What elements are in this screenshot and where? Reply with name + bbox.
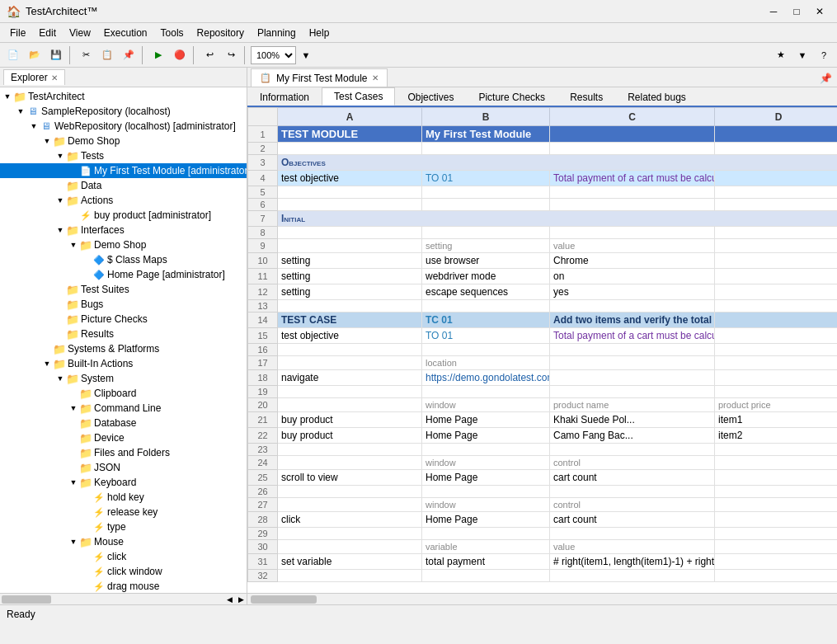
tree-item[interactable]: ⚡click window xyxy=(0,564,247,579)
grid-cell[interactable] xyxy=(715,386,838,398)
grid-cell[interactable] xyxy=(715,356,838,370)
grid-cell[interactable] xyxy=(715,269,838,284)
grid-cell[interactable] xyxy=(550,486,715,498)
grid-cell[interactable]: setting xyxy=(278,253,422,269)
grid-cell[interactable]: cart count xyxy=(550,470,715,486)
zoom-dropdown[interactable]: ▼ xyxy=(296,45,316,65)
grid-cell[interactable] xyxy=(715,186,838,199)
grid-cell[interactable]: set variable xyxy=(278,554,422,570)
grid-cell[interactable] xyxy=(278,570,422,582)
grid-cell[interactable] xyxy=(715,284,838,300)
grid-cell[interactable] xyxy=(715,239,838,253)
grid-cell[interactable] xyxy=(715,456,838,470)
tree-toggle[interactable]: ▼ xyxy=(54,196,66,204)
grid-cell[interactable] xyxy=(278,300,422,313)
menu-tools[interactable]: Tools xyxy=(154,26,190,40)
pin-button[interactable]: 📌 xyxy=(817,70,834,87)
tb-help-btn[interactable]: ? xyxy=(814,45,834,65)
grid-cell[interactable] xyxy=(715,512,838,528)
tree-item[interactable]: ▼📁Keyboard xyxy=(0,475,247,490)
explorer-tab-close[interactable]: ✕ xyxy=(51,73,58,82)
tab-picture-checks[interactable]: Picture Checks xyxy=(466,87,557,106)
tree-toggle[interactable]: ▼ xyxy=(68,241,79,249)
grid-cell[interactable] xyxy=(278,444,422,456)
tree-item[interactable]: ⚡release key xyxy=(0,505,247,519)
grid-cell[interactable]: Add two items and verify the total payme… xyxy=(550,313,715,328)
table-row[interactable]: 27windowcontrol xyxy=(248,498,838,512)
grid-hscroll[interactable] xyxy=(247,593,837,604)
table-row[interactable]: 1TEST MODULEMy First Test Module xyxy=(248,126,838,143)
maximize-button[interactable]: □ xyxy=(786,3,807,20)
grid-cell[interactable] xyxy=(550,199,715,211)
grid-cell[interactable]: My First Test Module xyxy=(422,126,550,143)
menu-view[interactable]: View xyxy=(63,26,97,40)
tree-item[interactable]: ▼📁Mouse xyxy=(0,534,247,549)
tree-item[interactable]: ▼📁TestArchitect xyxy=(0,89,247,104)
grid-cell[interactable] xyxy=(550,370,715,386)
tree-toggle[interactable]: ▼ xyxy=(2,92,13,101)
table-row[interactable]: 26 xyxy=(248,486,838,498)
table-row[interactable]: 7InitialSetting up xyxy=(248,211,838,227)
tab-results[interactable]: Results xyxy=(557,87,615,106)
tree-item[interactable]: 📁Picture Checks xyxy=(0,312,247,327)
grid-cell[interactable] xyxy=(422,344,550,356)
tree-toggle[interactable]: ▼ xyxy=(68,538,79,546)
grid-cell[interactable] xyxy=(550,143,715,155)
tab-objectives[interactable]: Objectives xyxy=(395,87,466,106)
tree-item[interactable]: ▼📁Demo Shop xyxy=(0,134,247,148)
grid-cell[interactable] xyxy=(278,486,422,498)
tb-paste[interactable]: 📌 xyxy=(119,45,139,65)
grid-cell[interactable] xyxy=(715,540,838,554)
tree-item[interactable]: 📁Data xyxy=(0,178,247,193)
grid-cell[interactable] xyxy=(422,528,550,540)
tree-toggle[interactable]: ▼ xyxy=(15,107,26,115)
scroll-left[interactable]: ◀ xyxy=(223,594,235,605)
tree-item[interactable]: 🔷$ Class Maps xyxy=(0,252,247,267)
grid-cell[interactable]: https://demo.gondolatest.com xyxy=(422,370,550,386)
grid-cell[interactable] xyxy=(550,227,715,239)
table-row[interactable]: 24windowcontrol xyxy=(248,456,838,470)
tree-toggle[interactable]: ▼ xyxy=(54,374,66,383)
tree-item[interactable]: ▼📁Interfaces xyxy=(0,223,247,237)
grid-cell[interactable] xyxy=(715,498,838,512)
grid-cell[interactable]: test objective xyxy=(278,171,422,186)
tree-item[interactable]: ▼🖥WebRepository (localhost) [administrat… xyxy=(0,119,247,134)
tree-item[interactable]: ▼📁Built-In Actions xyxy=(0,356,247,371)
grid-cell[interactable]: item1 xyxy=(715,412,838,428)
table-row[interactable]: 3Objectives xyxy=(248,155,838,171)
grid-cell[interactable]: location xyxy=(422,356,550,370)
grid-cell[interactable]: on xyxy=(550,269,715,284)
grid-cell[interactable]: item2 xyxy=(715,428,838,444)
table-row[interactable]: 22buy productHome PageCamo Fang Bac...it… xyxy=(248,428,838,444)
grid-cell[interactable] xyxy=(422,570,550,582)
table-row[interactable]: 30variablevalue xyxy=(248,540,838,554)
grid-cell[interactable] xyxy=(715,370,838,386)
grid-cell[interactable] xyxy=(422,486,550,498)
tree-item[interactable]: 📁Clipboard xyxy=(0,386,247,401)
tab-information[interactable]: Information xyxy=(247,87,322,106)
table-row[interactable]: 18navigatehttps://demo.gondolatest.com xyxy=(248,370,838,386)
grid-cell[interactable] xyxy=(715,143,838,155)
table-row[interactable]: 23 xyxy=(248,444,838,456)
tree-item[interactable]: 📄My First Test Module [administrator] xyxy=(0,163,247,178)
tb-arrow-btn[interactable]: ▼ xyxy=(792,45,812,65)
table-row[interactable]: 32 xyxy=(248,570,838,582)
table-row[interactable]: 13 xyxy=(248,300,838,313)
tree-item[interactable]: ▼📁System xyxy=(0,371,247,386)
table-row[interactable]: 16 xyxy=(248,344,838,356)
tree-item[interactable]: ▼🖥SampleRepository (localhost) xyxy=(0,104,247,119)
grid-container[interactable]: A B C D E 1TEST MODULEMy First Test Modu… xyxy=(247,107,837,593)
grid-cell[interactable] xyxy=(278,386,422,398)
tree-item[interactable]: 📁Bugs xyxy=(0,297,247,312)
grid-cell[interactable] xyxy=(550,356,715,370)
grid-cell[interactable]: Home Page xyxy=(422,512,550,528)
grid-cell[interactable]: scroll to view xyxy=(278,470,422,486)
grid-cell[interactable] xyxy=(278,143,422,155)
tree-item[interactable]: ▼📁Tests xyxy=(0,148,247,163)
grid-cell[interactable]: TO 01 xyxy=(422,328,550,344)
table-row[interactable]: 19 xyxy=(248,386,838,398)
grid-cell[interactable]: value xyxy=(550,540,715,554)
grid-cell[interactable]: navigate xyxy=(278,370,422,386)
grid-cell[interactable]: control xyxy=(550,498,715,512)
grid-cell[interactable]: window xyxy=(422,456,550,470)
